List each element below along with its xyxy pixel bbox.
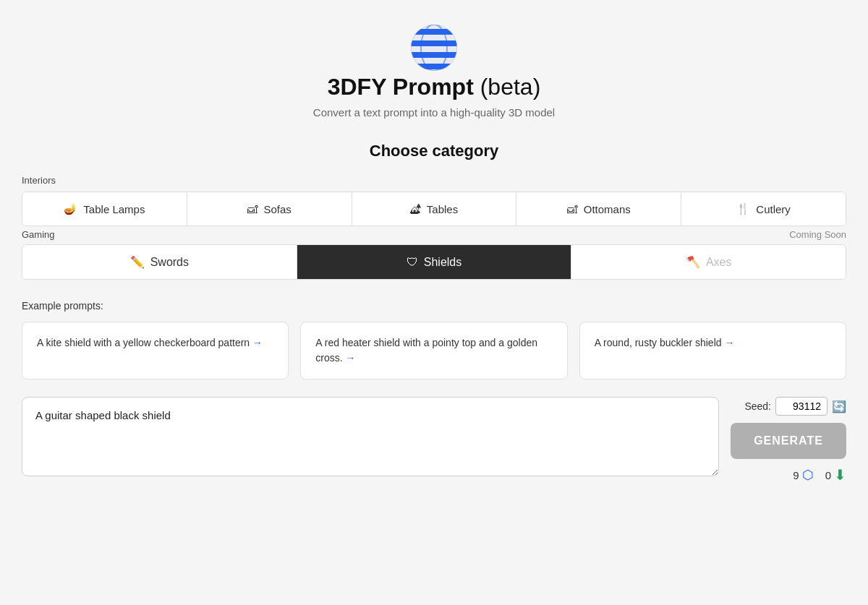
cutlery-icon: 🍴	[736, 202, 750, 215]
green-credits-count: 0	[825, 469, 831, 481]
seed-row: Seed: 🔄	[744, 397, 846, 416]
blue-credits-count: 9	[793, 469, 799, 481]
examples-label: Example prompts:	[22, 300, 846, 312]
prompt-row: A guitar shaped black shield Seed: 🔄 GEN…	[22, 397, 846, 484]
svg-rect-4	[411, 40, 457, 46]
sword-icon: ✏️	[130, 255, 145, 269]
app-title: 3DFY Prompt (beta)	[328, 74, 541, 100]
tab-table-lamps-label: Table Lamps	[83, 203, 145, 215]
green-credit-icon: ⬇	[834, 466, 846, 484]
refresh-icon[interactable]: 🔄	[832, 400, 846, 413]
table-icon: 🏕	[410, 203, 421, 215]
svg-rect-3	[411, 29, 457, 35]
tab-tables[interactable]: 🏕 Tables	[352, 192, 517, 226]
tab-swords-label: Swords	[150, 256, 189, 269]
lamp-icon: 🪔	[64, 202, 77, 215]
coming-soon-label: Coming Soon	[789, 229, 846, 240]
tab-sofas-label: Sofas	[264, 203, 292, 215]
tab-cutlery-label: Cutlery	[756, 203, 791, 215]
sofa-icon: 🛋	[247, 203, 258, 215]
blue-credit-icon: ⬡	[802, 467, 814, 483]
example-card-2-text: A red heater shield with a pointy top an…	[315, 337, 537, 364]
tab-shields-label: Shields	[424, 256, 461, 269]
tab-swords[interactable]: ✏️ Swords	[22, 245, 297, 279]
seed-input[interactable]	[775, 397, 827, 416]
gaming-tabs: ✏️ Swords 🛡 Shields 🪓 Axes	[22, 244, 846, 280]
example-card-1[interactable]: A kite shield with a yellow checkerboard…	[22, 322, 289, 379]
gaming-label: Gaming	[22, 229, 354, 240]
tab-shields[interactable]: 🛡 Shields	[297, 245, 572, 279]
svg-rect-6	[411, 64, 457, 69]
tab-table-lamps[interactable]: 🪔 Table Lamps	[22, 192, 187, 226]
green-credits: 0 ⬇	[825, 466, 846, 484]
example-card-3[interactable]: A round, rusty buckler shield →	[579, 322, 846, 379]
tab-tables-label: Tables	[427, 203, 458, 215]
logo-container	[408, 22, 460, 74]
credits-row: 9 ⬡ 0 ⬇	[793, 466, 846, 484]
tab-cutlery[interactable]: 🍴 Cutlery	[681, 192, 846, 226]
tab-ottomans-label: Ottomans	[584, 203, 631, 215]
tab-ottomans[interactable]: 🛋 Ottomans	[516, 192, 681, 226]
section-title: Choose category	[22, 142, 846, 160]
blue-credits: 9 ⬡	[793, 467, 813, 483]
interiors-label: Interiors	[22, 175, 846, 186]
seed-label: Seed:	[744, 400, 771, 412]
tab-axes-label: Axes	[706, 256, 732, 269]
tab-sofas[interactable]: 🛋 Sofas	[187, 192, 352, 226]
example-card-3-text: A round, rusty buckler shield →	[595, 337, 735, 348]
example-card-2[interactable]: A red heater shield with a pointy top an…	[300, 322, 567, 379]
generate-button[interactable]: GENERATE	[731, 423, 846, 459]
example-card-1-text: A kite shield with a yellow checkerboard…	[37, 337, 263, 348]
shield-icon: 🛡	[407, 256, 418, 269]
example-cards: A kite shield with a yellow checkerboard…	[22, 322, 846, 379]
prompt-controls: Seed: 🔄 GENERATE 9 ⬡ 0 ⬇	[731, 397, 846, 484]
axe-icon: 🪓	[686, 255, 700, 269]
prompt-textarea[interactable]: A guitar shaped black shield	[22, 397, 719, 476]
ottoman-icon: 🛋	[567, 203, 578, 215]
svg-rect-5	[411, 52, 457, 58]
app-logo	[408, 22, 460, 74]
app-subtitle: Convert a text prompt into a high-qualit…	[313, 106, 555, 119]
interiors-tabs: 🪔 Table Lamps 🛋 Sofas 🏕 Tables 🛋 Ottoman…	[22, 192, 846, 226]
tab-axes: 🪓 Axes	[571, 245, 846, 279]
